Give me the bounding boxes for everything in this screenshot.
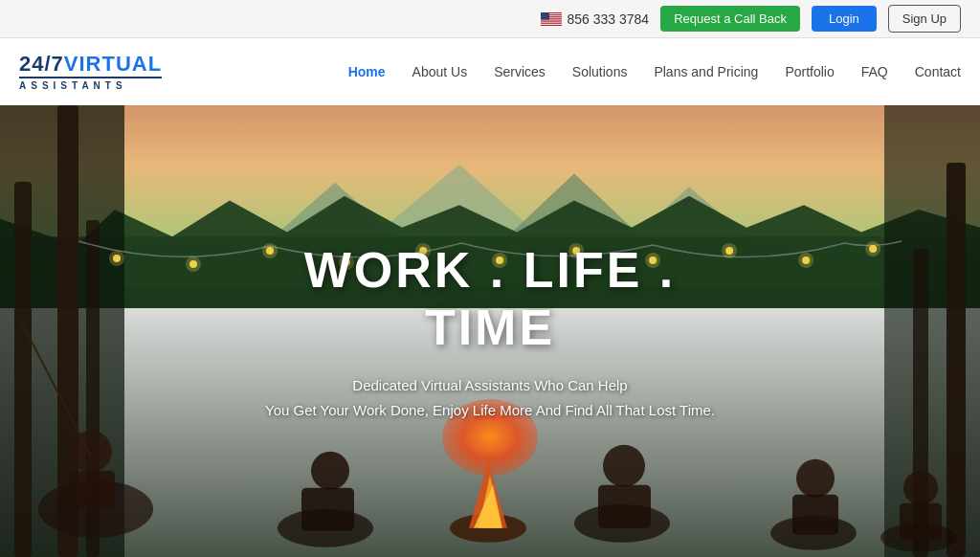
signup-button[interactable]: Sign Up (888, 5, 961, 33)
svg-rect-9 (541, 21, 562, 22)
nav-link-plans[interactable]: Plans and Pricing (654, 64, 758, 79)
phone-number: 856 333 3784 (568, 11, 650, 27)
nav-link-faq[interactable]: FAQ (861, 64, 888, 79)
svg-rect-8 (541, 20, 562, 21)
top-bar: 856 333 3784 Request a Call Back Login S… (0, 0, 980, 38)
logo[interactable]: 24/7VIRTUAL ASSISTANTS (19, 54, 162, 91)
nav-link-solutions[interactable]: Solutions (572, 64, 628, 79)
nav-bar: 24/7VIRTUAL ASSISTANTS Home About Us Ser… (0, 38, 980, 105)
svg-rect-10 (541, 22, 562, 23)
svg-rect-13 (541, 12, 549, 20)
svg-point-67 (903, 471, 938, 505)
nav-link-contact[interactable]: Contact (915, 64, 961, 79)
svg-rect-51 (67, 471, 115, 509)
nav-link-about[interactable]: About Us (412, 64, 468, 79)
svg-point-54 (311, 452, 349, 490)
hero-subtitle: Dedicated Virtual Assistants Who Can Hel… (245, 373, 735, 422)
login-button[interactable]: Login (812, 6, 877, 32)
nav-link-services[interactable]: Services (494, 64, 546, 79)
us-flag-icon (541, 12, 562, 26)
logo-top: 24/7VIRTUAL (19, 54, 162, 75)
svg-rect-12 (541, 24, 562, 25)
hero-subtitle-line2: You Get Your Work Done, Enjoy Life More … (245, 397, 735, 422)
svg-rect-11 (541, 23, 562, 24)
svg-point-48 (865, 241, 880, 256)
callback-button[interactable]: Request a Call Back (660, 6, 800, 32)
logo-bottom: ASSISTANTS (19, 77, 162, 91)
svg-point-61 (603, 445, 645, 487)
nav-link-portfolio[interactable]: Portfolio (785, 64, 834, 79)
hero-title: WORK . LIFE . TIME (245, 241, 735, 356)
svg-point-50 (70, 431, 112, 473)
svg-rect-55 (301, 488, 354, 531)
nav-links: Home About Us Services Solutions Plans a… (348, 64, 961, 79)
svg-point-64 (796, 459, 835, 498)
svg-rect-65 (792, 495, 838, 535)
hero-content: WORK . LIFE . TIME Dedicated Virtual Ass… (245, 241, 735, 422)
svg-rect-7 (541, 19, 562, 20)
hero-section: WORK . LIFE . TIME Dedicated Virtual Ass… (0, 105, 980, 557)
svg-rect-62 (598, 485, 651, 528)
svg-rect-68 (900, 503, 942, 540)
nav-link-home[interactable]: Home (348, 64, 386, 79)
hero-subtitle-line1: Dedicated Virtual Assistants Who Can Hel… (245, 373, 735, 398)
phone-area: 856 333 3784 (541, 11, 650, 27)
svg-line-52 (19, 318, 91, 457)
